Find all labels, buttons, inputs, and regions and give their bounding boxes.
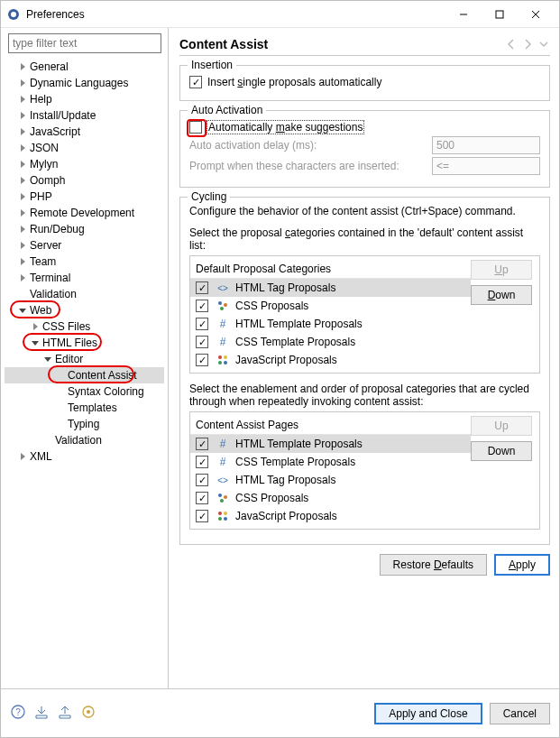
tree-item[interactable]: Validation — [5, 286, 164, 302]
insert-single-checkbox[interactable] — [189, 76, 202, 88]
category-checkbox[interactable] — [196, 300, 208, 312]
category-list[interactable]: Content Assist Pages#HTML Template Propo… — [190, 412, 471, 529]
minimize-button[interactable] — [445, 1, 482, 28]
category-item[interactable]: CSS Proposals — [190, 297, 471, 315]
category-list[interactable]: Default Proposal Categories<>HTML Tag Pr… — [190, 256, 471, 373]
tree-item-label: Templates — [68, 400, 117, 416]
tree-item-label: Content Assist — [68, 367, 137, 383]
tree-item[interactable]: Help — [5, 91, 164, 107]
category-label: CSS Template Proposals — [235, 336, 355, 348]
category-item[interactable]: JavaScript Proposals — [190, 351, 471, 369]
nav-arrows[interactable] — [505, 38, 550, 51]
tree-item[interactable]: Team — [5, 254, 164, 270]
expand-icon[interactable] — [17, 159, 28, 170]
expand-icon[interactable] — [17, 94, 28, 105]
js-icon — [216, 509, 230, 523]
expand-icon[interactable] — [17, 256, 28, 267]
tree-item[interactable]: JavaScript — [5, 124, 164, 140]
category-item[interactable]: #HTML Template Proposals — [190, 315, 471, 333]
category-item[interactable]: #CSS Template Proposals — [190, 453, 471, 471]
category-checkbox[interactable] — [196, 474, 208, 486]
tree-item[interactable]: General — [5, 59, 164, 75]
category-checkbox[interactable] — [196, 456, 208, 468]
category-item[interactable]: JavaScript Proposals — [190, 507, 471, 525]
help-icon[interactable]: ? — [10, 704, 26, 723]
import-icon[interactable] — [33, 704, 50, 723]
delay-field — [432, 136, 540, 154]
tree-item[interactable]: Install/Update — [5, 107, 164, 124]
expand-icon[interactable] — [17, 175, 28, 186]
collapse-icon[interactable] — [17, 305, 28, 316]
filter-input[interactable] — [8, 33, 161, 53]
expand-icon[interactable] — [17, 110, 28, 121]
expand-icon[interactable] — [17, 208, 28, 218]
tree-item[interactable]: Server — [5, 237, 164, 254]
tree-item[interactable]: JSON — [5, 140, 164, 156]
tree-item[interactable]: Terminal — [5, 270, 164, 286]
category-item[interactable]: CSS Proposals — [190, 489, 471, 507]
tree-item[interactable]: HTML Files — [5, 335, 164, 351]
tree-item[interactable]: Web — [5, 302, 164, 318]
tree-item[interactable]: Dynamic Languages — [5, 75, 164, 91]
down-button[interactable]: Down — [471, 441, 532, 461]
expand-icon[interactable] — [30, 321, 41, 332]
category-item[interactable]: #HTML Template Proposals — [190, 435, 471, 453]
tree[interactable]: GeneralDynamic LanguagesHelpInstall/Upda… — [5, 59, 164, 683]
svg-point-14 — [218, 361, 222, 364]
auto-suggest-label[interactable]: Automatically make suggestions — [207, 121, 363, 134]
tree-item[interactable]: Remote Development — [5, 205, 164, 221]
tree-item[interactable]: Oomph — [5, 172, 164, 189]
category-checkbox[interactable] — [196, 510, 208, 522]
insert-single-label[interactable]: Insert single proposals automatically — [207, 76, 381, 88]
tree-item[interactable]: Editor — [5, 351, 164, 367]
expand-icon[interactable] — [17, 451, 28, 462]
oomph-icon[interactable] — [80, 704, 96, 723]
tree-item[interactable]: Content Assist — [5, 367, 164, 383]
tree-item[interactable]: PHP — [5, 189, 164, 205]
close-button[interactable] — [518, 1, 554, 28]
tree-item[interactable]: Mylyn — [5, 156, 164, 172]
category-checkbox[interactable] — [196, 492, 208, 504]
down-button[interactable]: Down — [471, 285, 532, 305]
auto-suggest-checkbox[interactable] — [189, 121, 202, 134]
category-item[interactable]: <>HTML Tag Proposals — [190, 471, 471, 489]
expand-icon[interactable] — [17, 78, 28, 88]
category-checkbox[interactable] — [196, 438, 208, 450]
apply-button[interactable]: Apply — [494, 554, 550, 576]
cycling-desc: Configure the behavior of the content as… — [189, 205, 540, 217]
svg-point-25 — [224, 517, 227, 521]
hash-icon: # — [216, 317, 230, 331]
tag-icon: <> — [216, 473, 230, 487]
category-checkbox[interactable] — [196, 336, 208, 348]
expand-icon[interactable] — [17, 61, 28, 72]
category-item[interactable]: #CSS Template Proposals — [190, 333, 471, 351]
css-icon — [216, 491, 230, 505]
tree-item[interactable]: Templates — [5, 400, 164, 416]
category-item[interactable]: <>HTML Tag Proposals — [190, 279, 471, 297]
tree-item[interactable]: Run/Debug — [5, 221, 164, 237]
category-checkbox[interactable] — [196, 281, 208, 294]
maximize-button[interactable] — [482, 1, 518, 28]
tree-item[interactable]: CSS Files — [5, 318, 164, 335]
restore-defaults-button[interactable]: Restore Defaults — [380, 554, 487, 576]
tree-item[interactable]: XML — [5, 448, 164, 465]
expand-icon[interactable] — [17, 191, 28, 202]
export-icon[interactable] — [57, 704, 73, 723]
expand-icon[interactable] — [17, 224, 28, 235]
collapse-icon[interactable] — [42, 354, 53, 364]
tree-item[interactable]: Typing — [5, 416, 164, 432]
expand-icon[interactable] — [17, 240, 28, 251]
tree-item-label: PHP — [30, 189, 52, 205]
tree-item[interactable]: Syntax Coloring — [5, 383, 164, 400]
category-checkbox[interactable] — [196, 318, 208, 330]
insertion-group: Insertion Insert single proposals automa… — [179, 65, 550, 101]
collapse-icon[interactable] — [30, 337, 41, 348]
category-checkbox[interactable] — [196, 354, 208, 366]
apply-and-close-button[interactable]: Apply and Close — [374, 703, 482, 724]
tree-item[interactable]: Validation — [5, 432, 164, 448]
svg-point-8 — [224, 303, 227, 307]
expand-icon[interactable] — [17, 143, 28, 153]
cancel-button[interactable]: Cancel — [490, 703, 550, 724]
expand-icon[interactable] — [17, 272, 28, 283]
expand-icon[interactable] — [17, 126, 28, 137]
